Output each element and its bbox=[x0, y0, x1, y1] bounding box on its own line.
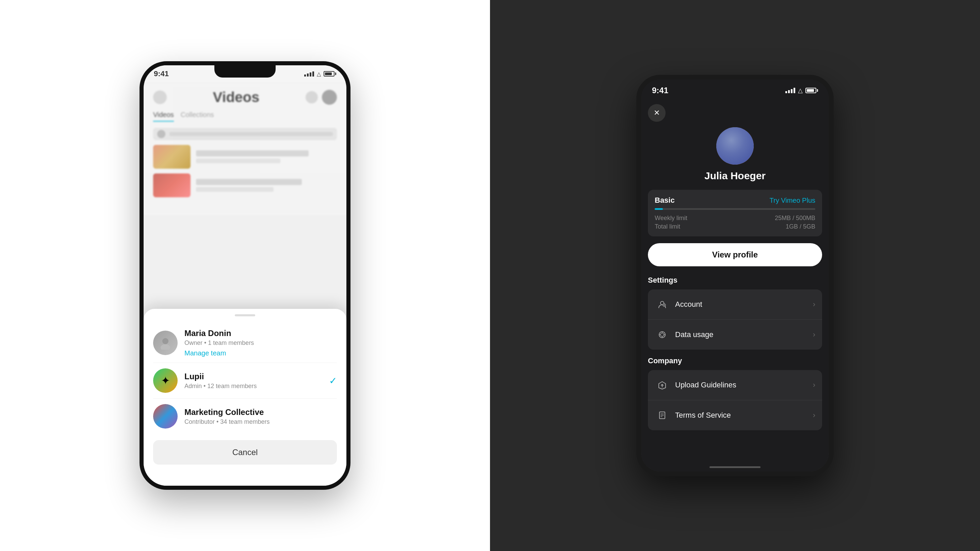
video-item-1 bbox=[153, 145, 337, 169]
status-time-left: 9:41 bbox=[154, 69, 169, 78]
account-name-lupii: Lupii bbox=[185, 372, 322, 381]
plan-progress-bar bbox=[655, 208, 815, 210]
account-icon bbox=[655, 297, 670, 312]
account-name-maria: Maria Donin bbox=[185, 329, 337, 338]
view-profile-button[interactable]: View profile bbox=[648, 243, 822, 266]
status-icons-right: △ bbox=[785, 87, 818, 94]
wifi-icon-left: △ bbox=[317, 71, 321, 77]
company-section: Company Upload Guidelines › bbox=[641, 356, 829, 430]
account-row-marketing[interactable]: Marketing Collective Contributor • 34 te… bbox=[153, 399, 337, 434]
account-info-marketing: Marketing Collective Contributor • 34 te… bbox=[185, 408, 337, 426]
account-sub-marketing: Contributor • 34 team members bbox=[185, 418, 337, 426]
close-icon: ✕ bbox=[654, 108, 660, 118]
account-chevron-icon: › bbox=[813, 300, 815, 309]
account-name-marketing: Marketing Collective bbox=[185, 408, 337, 417]
weekly-limit-label: Weekly limit bbox=[655, 214, 687, 222]
videos-tabs: Videos Collections bbox=[153, 111, 337, 122]
signal-bars-left bbox=[304, 71, 314, 76]
account-info-maria: Maria Donin Owner • 1 team members Manag… bbox=[185, 329, 337, 357]
company-group: Upload Guidelines › bbox=[648, 370, 822, 430]
video-sub-2 bbox=[196, 187, 274, 192]
weekly-limit-row: Weekly limit 25MB / 500MB bbox=[655, 214, 815, 222]
video-item-2 bbox=[153, 173, 337, 197]
data-usage-label: Data usage bbox=[675, 330, 808, 339]
terms-label: Terms of Service bbox=[675, 411, 808, 420]
close-button[interactable]: ✕ bbox=[648, 104, 666, 122]
data-usage-chevron-icon: › bbox=[813, 330, 815, 339]
videos-title: Videos bbox=[213, 89, 259, 105]
tab-collections[interactable]: Collections bbox=[181, 111, 214, 122]
svg-point-5 bbox=[660, 333, 664, 337]
svg-point-0 bbox=[162, 338, 169, 344]
plan-card: Basic Try Vimeo Plus Weekly limit 25MB /… bbox=[648, 190, 822, 237]
cancel-button[interactable]: Cancel bbox=[153, 440, 337, 465]
svg-point-1 bbox=[161, 344, 170, 349]
left-panel: 9:41 △ bbox=[0, 0, 490, 551]
account-sub-lupii: Admin • 12 team members bbox=[185, 383, 322, 390]
account-row-lupii[interactable]: ✦ Lupii Admin • 12 team members ✓ bbox=[153, 363, 337, 399]
account-info-lupii: Lupii Admin • 12 team members bbox=[185, 372, 322, 390]
videos-content: Videos Videos Collections bbox=[143, 82, 347, 215]
right-panel: 9:41 △ bbox=[490, 0, 980, 551]
upgrade-link[interactable]: Try Vimeo Plus bbox=[770, 197, 815, 205]
manage-team-link[interactable]: Manage team bbox=[185, 349, 337, 357]
settings-item-upload-guidelines[interactable]: Upload Guidelines › bbox=[648, 370, 822, 400]
profile-avatar bbox=[716, 127, 754, 165]
status-icons-left: △ bbox=[304, 71, 336, 77]
account-label: Account bbox=[675, 300, 808, 309]
account-row-maria[interactable]: Maria Donin Owner • 1 team members Manag… bbox=[153, 323, 337, 363]
signal-bars-right bbox=[785, 88, 795, 93]
video-meta-1 bbox=[196, 150, 337, 163]
status-bar-right: 9:41 △ bbox=[641, 79, 829, 98]
right-phone-screen: 9:41 △ bbox=[641, 79, 829, 472]
plan-progress-fill bbox=[655, 208, 663, 210]
left-phone-screen: 9:41 △ bbox=[143, 65, 347, 486]
terms-chevron-icon: › bbox=[813, 411, 815, 420]
video-sub-1 bbox=[196, 159, 280, 163]
status-time-right: 9:41 bbox=[652, 86, 668, 95]
videos-header: Videos bbox=[153, 89, 337, 105]
profile-name: Julia Hoeger bbox=[641, 170, 829, 182]
plan-label: Basic bbox=[655, 196, 675, 205]
notch bbox=[215, 65, 275, 78]
avatar-maria bbox=[153, 330, 178, 355]
video-title-1 bbox=[196, 150, 309, 156]
video-thumbnail-2 bbox=[153, 173, 191, 197]
total-limit-row: Total limit 1GB / 5GB bbox=[655, 223, 815, 230]
video-thumbnail-1 bbox=[153, 145, 191, 169]
settings-section-title: Settings bbox=[648, 276, 822, 285]
battery-left bbox=[324, 71, 336, 76]
left-phone-frame: 9:41 △ bbox=[140, 61, 350, 490]
avatar-left bbox=[322, 90, 337, 105]
settings-item-account[interactable]: Account › bbox=[648, 289, 822, 320]
plan-header: Basic Try Vimeo Plus bbox=[655, 196, 815, 205]
upload-guidelines-icon bbox=[655, 378, 670, 392]
account-sub-maria: Owner • 1 team members bbox=[185, 340, 337, 346]
avatar-marketing bbox=[153, 404, 178, 429]
terms-icon bbox=[655, 408, 670, 423]
plan-limits: Weekly limit 25MB / 500MB Total limit 1G… bbox=[655, 214, 815, 230]
total-limit-value: 1GB / 5GB bbox=[786, 223, 815, 230]
avatar-image bbox=[716, 127, 754, 165]
upload-guidelines-chevron-icon: › bbox=[813, 381, 815, 389]
wifi-icon-right: △ bbox=[798, 87, 803, 94]
account-switcher-sheet: Maria Donin Owner • 1 team members Manag… bbox=[143, 309, 347, 486]
weekly-limit-value: 25MB / 500MB bbox=[775, 214, 815, 222]
total-limit-label: Total limit bbox=[655, 223, 680, 230]
battery-right bbox=[805, 88, 818, 93]
video-title-2 bbox=[196, 179, 302, 185]
selected-checkmark-lupii: ✓ bbox=[329, 375, 337, 386]
upload-guidelines-label: Upload Guidelines bbox=[675, 381, 808, 389]
tab-videos[interactable]: Videos bbox=[153, 111, 174, 122]
video-meta-2 bbox=[196, 179, 337, 192]
settings-item-data-usage[interactable]: Data usage › bbox=[648, 320, 822, 349]
sheet-handle bbox=[235, 314, 255, 316]
avatar-lupii: ✦ bbox=[153, 368, 178, 393]
settings-group: Account › Data usage › bbox=[648, 289, 822, 349]
settings-item-terms[interactable]: Terms of Service › bbox=[648, 400, 822, 430]
search-icon-left bbox=[305, 91, 318, 103]
upload-bar bbox=[153, 128, 337, 140]
settings-section: Settings Account › bbox=[641, 276, 829, 349]
data-usage-icon bbox=[655, 327, 670, 342]
home-indicator-right bbox=[710, 466, 760, 468]
